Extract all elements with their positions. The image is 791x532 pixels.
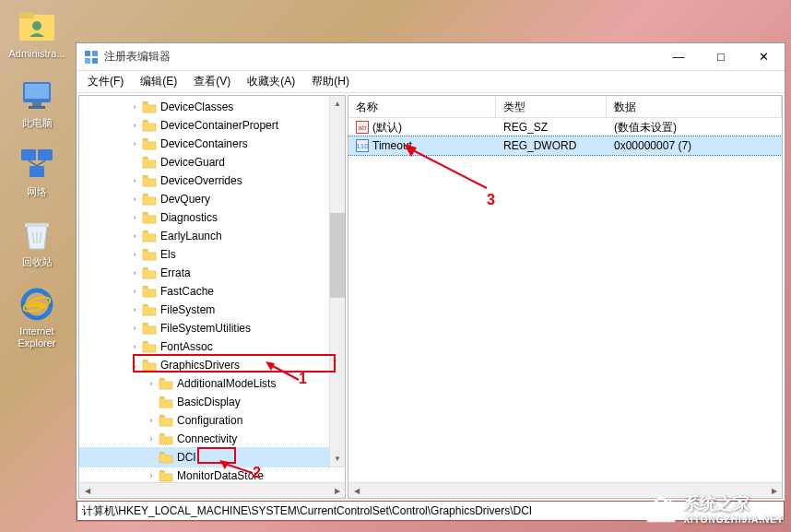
caret-icon[interactable]: › — [146, 471, 157, 480]
svg-rect-8 — [38, 149, 53, 160]
folder-icon — [159, 396, 173, 408]
tree-item-name: MonitorDataStore — [177, 469, 264, 482]
caret-icon[interactable]: › — [129, 121, 140, 130]
caret-icon[interactable]: › — [129, 195, 140, 204]
tree-item[interactable]: ›Els — [79, 245, 345, 264]
caret-icon[interactable]: › — [146, 434, 157, 443]
maximize-button[interactable]: □ — [700, 43, 742, 70]
tree-item-name: DeviceContainers — [160, 137, 248, 150]
tree-item[interactable]: ›DevQuery — [79, 190, 345, 208]
caret-icon[interactable]: › — [129, 231, 140, 241]
folder-icon — [142, 119, 157, 132]
minimize-button[interactable]: — — [657, 43, 700, 70]
caret-icon[interactable]: › — [129, 102, 140, 112]
scroll-down-icon[interactable]: ▼ — [330, 451, 345, 467]
caret-icon[interactable]: › — [146, 416, 157, 425]
folder-icon — [142, 100, 157, 113]
tree-item-name: DCI — [177, 451, 196, 464]
folder-icon — [159, 414, 173, 427]
tree-item[interactable]: ›AdditionalModeLists — [79, 374, 345, 393]
close-button[interactable]: ✕ — [742, 43, 785, 70]
menu-edit[interactable]: 编辑(E) — [133, 72, 184, 91]
desktop-icon-ie[interactable]: Internet Explorer — [4, 285, 70, 349]
list-row[interactable]: ab(默认)REG_SZ(数值未设置) — [348, 118, 782, 136]
scroll-left-icon[interactable]: ◀ — [348, 483, 364, 498]
tree-item[interactable]: ›FontAssoc — [79, 337, 345, 356]
menu-help[interactable]: 帮助(H) — [304, 72, 357, 91]
tree-item[interactable]: BasicDisplay — [79, 393, 345, 411]
menu-view[interactable]: 查看(V) — [186, 72, 238, 91]
tree-pane: ›DeviceClasses›DeviceContainerPropert›De… — [78, 95, 346, 499]
caret-icon[interactable]: › — [129, 324, 140, 333]
tree-item[interactable]: ›DeviceOverrides — [79, 171, 345, 190]
list-header: 名称 类型 数据 — [348, 96, 782, 118]
tree-item[interactable]: ›Connectivity — [79, 430, 345, 448]
tree-item-name: FontAssoc — [160, 340, 213, 353]
caret-icon[interactable]: › — [146, 379, 157, 388]
list-pane: 名称 类型 数据 ab(默认)REG_SZ(数值未设置)110TimeoutRE… — [348, 95, 783, 499]
tree-item[interactable]: ›FastCache — [79, 282, 345, 301]
scroll-up-icon[interactable]: ▲ — [330, 96, 345, 112]
svg-rect-15 — [85, 51, 90, 56]
tree-scrollbar-h[interactable]: ◀ ▶ — [79, 482, 345, 498]
folder-icon — [159, 451, 173, 464]
caret-icon[interactable]: ⌄ — [129, 361, 140, 370]
desktop-icon-this-pc[interactable]: 此电脑 — [4, 77, 70, 129]
caret-icon[interactable]: › — [129, 287, 140, 296]
tree-item[interactable]: DCI — [79, 448, 345, 467]
folder-icon — [142, 266, 157, 279]
folder-icon — [142, 359, 157, 372]
column-name[interactable]: 名称 — [348, 96, 496, 117]
caret-icon[interactable]: › — [129, 342, 140, 351]
caret-icon[interactable]: › — [129, 268, 140, 278]
tree-item[interactable]: DeviceGuard — [79, 153, 345, 171]
watermark-url: XITONGZHIJIA.NET — [683, 514, 784, 525]
folder-icon — [159, 469, 173, 482]
tree-item-name: DeviceContainerPropert — [160, 119, 278, 132]
house-icon — [644, 495, 678, 523]
tree-item[interactable]: ›DeviceClasses — [79, 98, 345, 116]
tree-item[interactable]: ›Diagnostics — [79, 208, 345, 227]
svg-line-11 — [37, 160, 45, 166]
tree-item-name: FastCache — [160, 285, 214, 298]
caret-icon[interactable]: › — [129, 176, 140, 185]
titlebar[interactable]: 注册表编辑器 — □ ✕ — [77, 43, 785, 71]
scroll-right-icon[interactable]: ▶ — [329, 483, 345, 498]
tree-item-name: Connectivity — [177, 432, 237, 445]
tree-item[interactable]: ›Configuration — [79, 411, 345, 430]
folder-icon — [142, 156, 157, 169]
caret-icon[interactable]: › — [129, 213, 140, 222]
caret-icon[interactable]: › — [129, 139, 140, 148]
tree-item[interactable]: ›DeviceContainers — [79, 135, 345, 153]
column-data[interactable]: 数据 — [607, 96, 782, 117]
panes: ›DeviceClasses›DeviceContainerPropert›De… — [77, 93, 785, 501]
value-name: (默认) — [372, 120, 402, 136]
list-body[interactable]: ab(默认)REG_SZ(数值未设置)110TimeoutREG_DWORD0x… — [348, 118, 782, 482]
tree-item[interactable]: ›MonitorDataStore — [79, 467, 345, 482]
caret-icon[interactable]: › — [129, 250, 140, 259]
desktop-icon-recycle-bin[interactable]: 回收站 — [4, 216, 70, 268]
tree-item[interactable]: ›FileSystem — [79, 301, 345, 319]
window-buttons: — □ ✕ — [657, 43, 785, 70]
caret-icon[interactable]: › — [129, 305, 140, 314]
tree-scrollbar-v[interactable]: ▲ ▼ — [329, 96, 345, 467]
tree-item[interactable]: ›FileSystemUtilities — [79, 319, 345, 337]
desktop-icon-administrator[interactable]: Administra... — [4, 7, 70, 60]
tree-item[interactable]: ⌄GraphicsDrivers — [79, 356, 345, 374]
svg-rect-25 — [657, 512, 665, 521]
tree-scroll[interactable]: ›DeviceClasses›DeviceContainerPropert›De… — [79, 96, 345, 482]
tree-item[interactable]: ›Errata — [79, 264, 345, 282]
column-type[interactable]: 类型 — [496, 96, 607, 117]
folder-icon — [142, 322, 157, 335]
tree-item[interactable]: ›DeviceContainerPropert — [79, 116, 345, 135]
menu-favorites[interactable]: 收藏夹(A) — [240, 72, 302, 91]
menu-file[interactable]: 文件(F) — [80, 72, 131, 91]
string-value-icon: ab — [356, 121, 369, 134]
scroll-left-icon[interactable]: ◀ — [79, 483, 95, 498]
list-row[interactable]: 110TimeoutREG_DWORD0x00000007 (7) — [348, 136, 782, 155]
tree-item-name: Els — [160, 248, 176, 261]
desktop-icon-network[interactable]: 网络 — [4, 146, 70, 198]
folder-icon — [142, 211, 157, 224]
tree-item[interactable]: ›EarlyLaunch — [79, 227, 345, 245]
svg-point-2 — [32, 21, 41, 30]
